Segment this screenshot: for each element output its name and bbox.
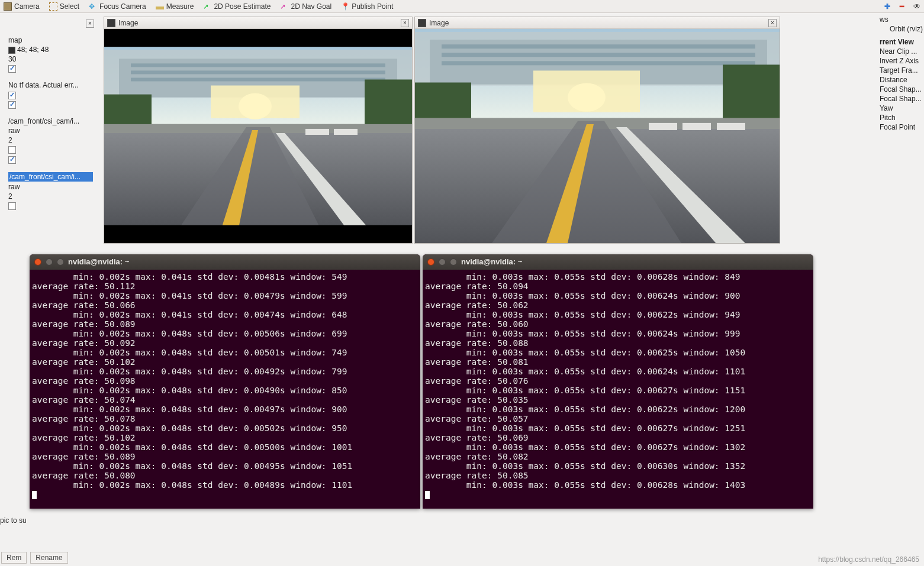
terminal-title-bar[interactable]: nvidia@nvidia: ~	[423, 254, 813, 270]
checkbox-unreliable[interactable]	[8, 146, 16, 154]
image-topic-2-value[interactable]: /cam_front/csi_cam/i...	[8, 172, 93, 182]
svg-rect-24	[442, 61, 755, 65]
view-property[interactable]: Target Fra...	[878, 66, 924, 75]
camera-icon	[4, 2, 12, 11]
tool-select-label: Select	[60, 2, 79, 11]
measure-icon	[156, 7, 164, 9]
image-pane-close[interactable]: ×	[401, 19, 409, 27]
image-topic-value[interactable]: /cam_front/csi_cam/i...	[8, 117, 93, 125]
tool-2d-pose[interactable]: ➚ 2D Pose Estimate	[203, 2, 271, 11]
tool-pose-label: 2D Pose Estimate	[214, 2, 271, 11]
svg-rect-0	[104, 29, 412, 47]
window-close-dot[interactable]	[427, 258, 434, 266]
svg-rect-16	[305, 129, 329, 135]
image-pane-title: Image	[118, 19, 138, 27]
tool-publish-point[interactable]: 📍 Publish Point	[341, 2, 393, 11]
image-pane-left: Image ×	[104, 17, 413, 244]
checkbox-unreliable-2[interactable]	[8, 202, 16, 210]
view-property[interactable]: Invert Z Axis	[878, 56, 924, 66]
svg-rect-35	[682, 123, 711, 130]
svg-rect-9	[104, 95, 152, 127]
tool-camera-label: Camera	[14, 2, 40, 11]
terminal-title-text: nvidia@nvidia: ~	[68, 257, 129, 267]
svg-rect-5	[131, 70, 385, 74]
camera-image-right	[415, 29, 780, 243]
transport-hint-2-value[interactable]: raw	[8, 183, 93, 191]
checkbox-default-light[interactable]	[8, 65, 16, 73]
panel-close-button[interactable]: ×	[86, 20, 94, 28]
window-min-dot[interactable]	[46, 258, 53, 266]
window-max-dot[interactable]	[57, 258, 64, 266]
tool-measure[interactable]: Measure	[156, 2, 194, 11]
checkbox-show-names[interactable]	[8, 92, 16, 99]
current-view-header: rrent View	[878, 37, 924, 47]
view-property[interactable]: Near Clip ...	[878, 47, 924, 56]
terminal-right[interactable]: nvidia@nvidia: ~ min: 0.003s max: 0.055s…	[423, 254, 813, 509]
tool-select[interactable]: Select	[49, 2, 79, 11]
view-property[interactable]: Pitch	[878, 113, 924, 122]
nav-icon: ➚	[280, 2, 288, 11]
transport-hint-value[interactable]: raw	[8, 127, 93, 135]
terminal-title-bar[interactable]: nvidia@nvidia: ~	[30, 254, 420, 270]
image-pane-close[interactable]: ×	[768, 19, 777, 27]
views-header-ws: ws	[878, 15, 924, 24]
svg-point-8	[239, 93, 272, 119]
svg-rect-4	[131, 63, 385, 67]
pose-icon: ➚	[203, 2, 211, 11]
view-type-value[interactable]: Orbit (rviz)	[878, 24, 924, 34]
tool-focus-camera[interactable]: ✥ Focus Camera	[89, 2, 146, 11]
tool-measure-label: Measure	[166, 2, 194, 11]
terminal-left[interactable]: nvidia@nvidia: ~ min: 0.002s max: 0.041s…	[30, 254, 420, 509]
tool-2d-nav[interactable]: ➚ 2D Nav Goal	[280, 2, 331, 11]
image-pane-right: Image ×	[414, 17, 780, 244]
select-icon	[49, 2, 57, 11]
minus-icon[interactable]: ━	[900, 2, 904, 11]
eye-icon[interactable]: 👁	[913, 2, 920, 11]
window-max-dot[interactable]	[450, 258, 457, 266]
checkbox-normalize[interactable]	[8, 156, 16, 164]
remove-button[interactable]: Rem	[1, 552, 27, 564]
window-close-dot[interactable]	[34, 258, 41, 266]
terminal-right-body[interactable]: min: 0.003s max: 0.055s std dev: 0.00628…	[423, 270, 813, 502]
svg-rect-34	[649, 123, 677, 130]
plus-icon[interactable]: ✚	[884, 2, 890, 11]
rename-button[interactable]: Rename	[30, 552, 67, 564]
focus-icon: ✥	[89, 2, 97, 11]
tool-nav-label: 2D Nav Goal	[291, 2, 331, 11]
queue-size-value[interactable]: 2	[8, 136, 93, 144]
camera-image-left	[104, 29, 412, 243]
window-icon	[107, 19, 115, 27]
view-property[interactable]: Focal Shap...	[878, 94, 924, 104]
frame-rate-value[interactable]: 30	[8, 55, 93, 63]
svg-rect-17	[334, 129, 358, 135]
svg-rect-18	[104, 225, 412, 243]
svg-rect-10	[365, 79, 412, 127]
displays-panel: × map 48; 48; 48 30 No tf data. Actual e…	[0, 15, 98, 251]
svg-rect-6	[131, 77, 385, 81]
queue-size-2-value[interactable]: 2	[8, 192, 93, 200]
tool-camera[interactable]: Camera	[4, 2, 40, 11]
views-panel: ws Orbit (rviz) rrent View Near Clip ...…	[878, 15, 924, 132]
svg-rect-28	[723, 64, 780, 118]
background-color-value[interactable]: 48; 48; 48	[17, 46, 49, 54]
svg-rect-27	[415, 83, 471, 118]
view-property[interactable]: Distance	[878, 75, 924, 85]
fixed-frame-value[interactable]: map	[8, 36, 93, 44]
view-property[interactable]: Focal Point	[878, 122, 924, 132]
watermark-text: https://blog.csdn.net/qq_266465	[818, 555, 919, 564]
tool-publish-label: Publish Point	[352, 2, 393, 11]
svg-rect-36	[717, 123, 745, 130]
view-property[interactable]: Focal Shap...	[878, 85, 924, 94]
window-icon	[418, 19, 426, 27]
tf-status-text: No tf data. Actual err...	[8, 81, 93, 89]
tool-focus-label: Focus Camera	[99, 2, 146, 11]
topic-subscribe-text: pic to su	[0, 516, 27, 525]
view-property[interactable]: Yaw	[878, 104, 924, 113]
image-pane-title: Image	[429, 19, 449, 27]
terminal-left-body[interactable]: min: 0.002s max: 0.041s std dev: 0.00481…	[30, 270, 420, 502]
checkbox-show-axes[interactable]	[8, 101, 16, 109]
terminal-title-text: nvidia@nvidia: ~	[461, 257, 522, 267]
pin-icon: 📍	[341, 2, 349, 11]
svg-rect-22	[442, 44, 755, 48]
window-min-dot[interactable]	[439, 258, 446, 266]
